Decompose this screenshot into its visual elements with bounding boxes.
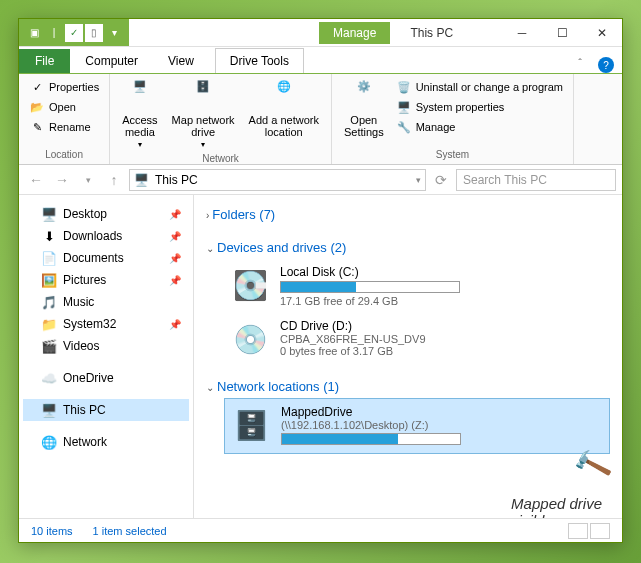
selection-count: 1 item selected <box>93 525 167 537</box>
cd-icon: 💿 <box>230 319 270 359</box>
details-view-button[interactable] <box>568 523 588 539</box>
back-button[interactable]: ← <box>25 169 47 191</box>
checkbox-icon[interactable]: ✓ <box>65 24 83 42</box>
view-tab[interactable]: View <box>153 48 209 73</box>
sidebar-label: Desktop <box>63 207 107 221</box>
ribbon: ✓Properties 📂Open ✎Rename Location 🖥️Acc… <box>19 73 622 165</box>
manage-button[interactable]: 🔧Manage <box>394 118 565 136</box>
map-network-drive-button[interactable]: 🗄️Map network drive▾ <box>168 78 239 151</box>
sidebar-label: Documents <box>63 251 124 265</box>
manage-icon: 🔧 <box>396 119 412 135</box>
forward-button[interactable]: → <box>51 169 73 191</box>
add-network-location-button[interactable]: 🌐Add a network location <box>245 78 323 151</box>
drive-local-disk-c[interactable]: 💽 Local Disk (C:) 17.1 GB free of 29.4 G… <box>224 259 610 313</box>
access-media-button[interactable]: 🖥️Access media▾ <box>118 78 161 151</box>
sidebar-item-music[interactable]: 🎵Music <box>23 291 189 313</box>
properties-button[interactable]: ✓Properties <box>27 78 101 96</box>
section-network-locations: ⌄Network locations (1) 🗄️ MappedDrive (\… <box>206 375 610 454</box>
view-toggles <box>568 523 610 539</box>
sidebar-item-network[interactable]: 🌐Network <box>23 431 189 453</box>
settings-icon: ⚙️ <box>348 80 380 112</box>
rename-icon: ✎ <box>29 119 45 135</box>
open-settings-button[interactable]: ⚙️Open Settings <box>340 78 388 147</box>
help-icon[interactable]: ? <box>598 57 614 73</box>
group-label-system: System <box>340 147 565 162</box>
open-button[interactable]: 📂Open <box>27 98 101 116</box>
refresh-button[interactable]: ⟳ <box>430 169 452 191</box>
sidebar-item-pictures[interactable]: 🖼️Pictures📌 <box>23 269 189 291</box>
status-bar: 10 items 1 item selected <box>19 518 622 542</box>
window-controls: ─ ☐ ✕ <box>502 19 622 47</box>
drive-name: CD Drive (D:) <box>280 319 604 333</box>
devices-header[interactable]: ⌄Devices and drives (2) <box>206 236 610 259</box>
window-title: This PC <box>410 26 453 40</box>
file-icon[interactable]: ▯ <box>85 24 103 42</box>
close-button[interactable]: ✕ <box>582 19 622 47</box>
section-devices: ⌄Devices and drives (2) 💽 Local Disk (C:… <box>206 236 610 365</box>
rename-button[interactable]: ✎Rename <box>27 118 101 136</box>
sidebar-icon: 🖼️ <box>41 272 57 288</box>
dropdown-icon: ▾ <box>138 140 142 149</box>
address-bar: ← → ▾ ↑ 🖥️ This PC ▾ ⟳ Search This PC <box>19 165 622 195</box>
sidebar-item-system32[interactable]: 📁System32📌 <box>23 313 189 335</box>
sidebar-item-downloads[interactable]: ⬇Downloads📌 <box>23 225 189 247</box>
sidebar-icon: 🖥️ <box>41 402 57 418</box>
sidebar-label: Pictures <box>63 273 106 287</box>
capacity-bar <box>280 281 460 293</box>
system-properties-button[interactable]: 🖥️System properties <box>394 98 565 116</box>
pin-icon: 📌 <box>169 209 181 220</box>
uninstall-program-button[interactable]: 🗑️Uninstall or change a program <box>394 78 565 96</box>
address-field[interactable]: 🖥️ This PC ▾ <box>129 169 426 191</box>
explorer-icon: ▣ <box>25 24 43 42</box>
manage-context-tab[interactable]: Manage <box>319 22 390 44</box>
maximize-button[interactable]: ☐ <box>542 19 582 47</box>
drive-free-text: 17.1 GB free of 29.4 GB <box>280 295 604 307</box>
ribbon-tabs: File Computer View Drive Tools ˆ ? <box>19 47 622 73</box>
titlebar: ▣ | ✓ ▯ ▾ Manage This PC ─ ☐ ✕ <box>19 19 622 47</box>
sidebar-label: Downloads <box>63 229 122 243</box>
drive-name: Local Disk (C:) <box>280 265 604 279</box>
up-button[interactable]: ↑ <box>103 169 125 191</box>
sidebar-label: Music <box>63 295 94 309</box>
add-location-icon: 🌐 <box>268 80 300 112</box>
network-locations-header[interactable]: ⌄Network locations (1) <box>206 375 610 398</box>
ribbon-group-network: 🖥️Access media▾ 🗄️Map network drive▾ 🌐Ad… <box>110 74 332 164</box>
map-drive-icon: 🗄️ <box>187 80 219 112</box>
pc-icon: 🖥️ <box>134 173 149 187</box>
icons-view-button[interactable] <box>590 523 610 539</box>
collapse-ribbon-icon[interactable]: ˆ <box>570 53 590 73</box>
drive-cd-d[interactable]: 💿 CD Drive (D:) CPBA_X86FRE_EN-US_DV9 0 … <box>224 313 610 365</box>
annotation-text: Mapped drive visible now <box>511 495 602 518</box>
address-dropdown-icon[interactable]: ▾ <box>416 175 421 185</box>
mapped-drive-z[interactable]: 🗄️ MappedDrive (\\192.168.1.102\Desktop)… <box>224 398 610 454</box>
quick-access-toolbar: ▣ | ✓ ▯ ▾ <box>19 19 129 46</box>
network-drive-icon: 🗄️ <box>231 405 271 445</box>
explorer-window: ▣ | ✓ ▯ ▾ Manage This PC ─ ☐ ✕ File Comp… <box>18 18 623 543</box>
section-folders: ›Folders (7) <box>206 203 610 226</box>
open-icon: 📂 <box>29 99 45 115</box>
search-input[interactable]: Search This PC <box>456 169 616 191</box>
history-dropdown-icon[interactable]: ▾ <box>77 169 99 191</box>
drive-tools-tab[interactable]: Drive Tools <box>215 48 304 73</box>
drive-icon: 💽 <box>230 265 270 305</box>
pin-icon: 📌 <box>169 275 181 286</box>
sidebar-icon: 🖥️ <box>41 206 57 222</box>
sidebar-item-documents[interactable]: 📄Documents📌 <box>23 247 189 269</box>
qat-dropdown-icon[interactable]: ▾ <box>105 24 123 42</box>
sidebar-icon: 🎬 <box>41 338 57 354</box>
file-tab[interactable]: File <box>19 49 70 73</box>
uninstall-icon: 🗑️ <box>396 79 412 95</box>
minimize-button[interactable]: ─ <box>502 19 542 47</box>
group-label-location: Location <box>27 147 101 162</box>
folders-header[interactable]: ›Folders (7) <box>206 203 610 226</box>
sidebar-item-this-pc[interactable]: 🖥️This PC <box>23 399 189 421</box>
computer-tab[interactable]: Computer <box>70 48 153 73</box>
item-count: 10 items <box>31 525 73 537</box>
sidebar-item-videos[interactable]: 🎬Videos <box>23 335 189 357</box>
sidebar-label: Videos <box>63 339 99 353</box>
group-label-network: Network <box>118 151 323 166</box>
ribbon-group-system: ⚙️Open Settings 🗑️Uninstall or change a … <box>332 74 574 164</box>
sidebar-icon: ⬇ <box>41 228 57 244</box>
sidebar-item-desktop[interactable]: 🖥️Desktop📌 <box>23 203 189 225</box>
sidebar-item-onedrive[interactable]: ☁️OneDrive <box>23 367 189 389</box>
